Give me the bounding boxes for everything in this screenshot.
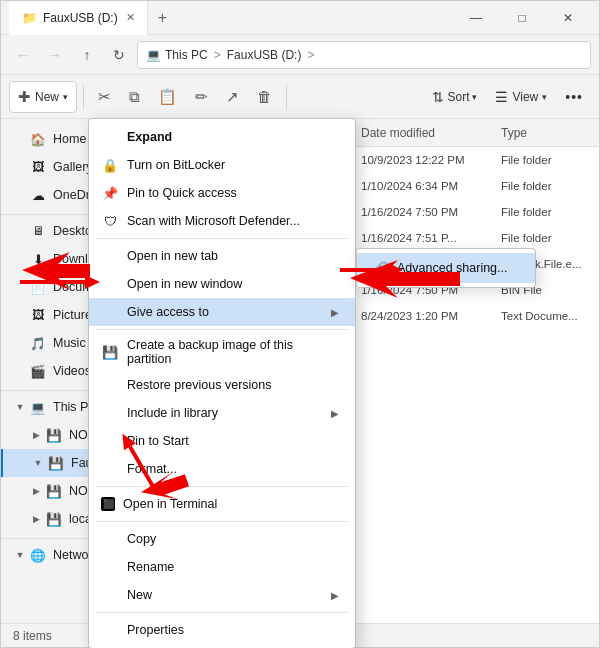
ctx-bitlocker[interactable]: 🔒 Turn on BitLocker xyxy=(89,151,355,179)
close-button[interactable]: ✕ xyxy=(545,1,591,35)
forward-button[interactable]: → xyxy=(41,41,69,69)
copy-icon: ⧉ xyxy=(129,88,140,106)
address-faux-usb: FauxUSB (D:) xyxy=(227,48,302,62)
cut-button[interactable]: ✂ xyxy=(90,81,119,113)
ctx-pin-start-label: Pin to Start xyxy=(127,434,339,448)
shield-icon: 🛡 xyxy=(101,212,119,230)
ctx-give-access[interactable]: Give access to ▶ xyxy=(89,298,355,326)
local-transfer-icon: 💾 xyxy=(45,510,63,528)
expand-icon: ▶ xyxy=(29,512,43,526)
expand-icon xyxy=(13,224,27,238)
rename-button[interactable]: ✏ xyxy=(187,81,216,113)
paste-icon: 📋 xyxy=(158,88,177,106)
maximize-button[interactable]: □ xyxy=(499,1,545,35)
expand-icon xyxy=(13,308,27,322)
tab-label: FauxUSB (D:) xyxy=(43,11,118,25)
minimize-button[interactable]: — xyxy=(453,1,499,35)
title-bar: 📁 FauxUSB (D:) ✕ + — □ ✕ xyxy=(1,1,599,35)
ctx-bitlocker-label: Turn on BitLocker xyxy=(127,158,339,172)
ctx-separator-1 xyxy=(97,238,347,239)
faux-drive-icon: 💾 xyxy=(47,454,65,472)
cut-icon: ✂ xyxy=(98,88,111,106)
advanced-sharing-icon: 🔗 xyxy=(371,259,389,277)
paste-button[interactable]: 📋 xyxy=(150,81,185,113)
desktop-icon: 🖥 xyxy=(29,222,47,240)
submenu-item-advanced-sharing[interactable]: 🔗 Advanced sharing... xyxy=(357,253,535,283)
sidebar-label-home: Home xyxy=(53,132,86,146)
format-icon xyxy=(101,460,119,478)
ctx-properties[interactable]: Properties xyxy=(89,616,355,644)
toolbar-divider-1 xyxy=(83,85,84,109)
submenu-arrow-new: ▶ xyxy=(331,590,339,601)
sort-icon: ⇅ xyxy=(432,89,444,105)
address-pc-icon: 💻 xyxy=(146,48,161,62)
file-date: 1/10/2024 6:34 PM xyxy=(361,180,501,192)
new-tab-button[interactable]: + xyxy=(148,9,177,27)
ctx-copy[interactable]: Copy xyxy=(89,525,355,553)
file-type: File folder xyxy=(501,154,591,166)
ctx-format[interactable]: Format... xyxy=(89,455,355,483)
copy-ctx-icon xyxy=(101,530,119,548)
submenu-give-access: 🔗 Advanced sharing... xyxy=(356,248,536,288)
up-button[interactable]: ↑ xyxy=(73,41,101,69)
sidebar-label-videos: Videos xyxy=(53,364,91,378)
window-controls: — □ ✕ xyxy=(453,1,591,35)
ctx-pin-start[interactable]: Pin to Start xyxy=(89,427,355,455)
address-sep2: > xyxy=(307,48,314,62)
drive-icon: 💾 xyxy=(45,426,63,444)
ctx-scan[interactable]: 🛡 Scan with Microsoft Defender... xyxy=(89,207,355,235)
file-type: File folder xyxy=(501,180,591,192)
new-button[interactable]: ✚ New ▾ xyxy=(9,81,77,113)
tab-close-button[interactable]: ✕ xyxy=(126,11,135,24)
tab-bar: 📁 FauxUSB (D:) ✕ + xyxy=(9,1,453,34)
ctx-pin-quick-label: Pin to Quick access xyxy=(127,186,339,200)
expand-icon xyxy=(13,132,27,146)
delete-button[interactable]: 🗑 xyxy=(249,81,280,113)
network-icon: 🌐 xyxy=(29,546,47,564)
expand-icon xyxy=(13,188,27,202)
rename-ctx-icon xyxy=(101,558,119,576)
sort-button[interactable]: ⇅ Sort ▾ xyxy=(424,81,485,113)
terminal-icon: ⬛ xyxy=(101,497,115,511)
ctx-new[interactable]: New ▶ xyxy=(89,581,355,609)
ctx-expand-label: Expand xyxy=(127,130,339,144)
action-bar: ✚ New ▾ ✂ ⧉ 📋 ✏ ↗ 🗑 ⇅ Sort ▾ ☰ xyxy=(1,75,599,119)
ctx-restore[interactable]: Restore previous versions xyxy=(89,371,355,399)
ctx-pin-quick[interactable]: 📌 Pin to Quick access xyxy=(89,179,355,207)
gallery-icon: 🖼 xyxy=(29,158,47,176)
expand-icon xyxy=(13,364,27,378)
sidebar-label-gallery: Gallery xyxy=(53,160,93,174)
ctx-open-window[interactable]: Open in new window xyxy=(89,270,355,298)
ctx-open-window-label: Open in new window xyxy=(127,277,339,291)
copy-button[interactable]: ⧉ xyxy=(121,81,148,113)
restore-icon xyxy=(101,376,119,394)
ctx-separator-5 xyxy=(97,612,347,613)
ctx-separator-3 xyxy=(97,486,347,487)
view-button[interactable]: ☰ View ▾ xyxy=(487,81,555,113)
active-tab[interactable]: 📁 FauxUSB (D:) ✕ xyxy=(9,1,148,35)
this-pc-icon: 💻 xyxy=(29,398,47,416)
ctx-separator-4 xyxy=(97,521,347,522)
properties-icon xyxy=(101,621,119,639)
refresh-button[interactable]: ↻ xyxy=(105,41,133,69)
ctx-give-access-label: Give access to xyxy=(127,305,327,319)
more-button[interactable]: ••• xyxy=(557,81,591,113)
ctx-rename[interactable]: Rename xyxy=(89,553,355,581)
share-button[interactable]: ↗ xyxy=(218,81,247,113)
sort-chevron: ▾ xyxy=(472,92,477,102)
ctx-open-tab[interactable]: Open in new tab xyxy=(89,242,355,270)
videos-icon: 🎬 xyxy=(29,362,47,380)
back-button[interactable]: ← xyxy=(9,41,37,69)
ctx-terminal[interactable]: ⬛ Open in Terminal xyxy=(89,490,355,518)
new-icon: ✚ xyxy=(18,88,31,106)
open-window-icon xyxy=(101,275,119,293)
toolbar-divider-2 xyxy=(286,85,287,109)
submenu-arrow-library: ▶ xyxy=(331,408,339,419)
new-label: New xyxy=(35,90,59,104)
start-icon xyxy=(101,432,119,450)
share-icon: ↗ xyxy=(226,88,239,106)
ctx-backup[interactable]: 💾 Create a backup image of this partitio… xyxy=(89,333,355,371)
ctx-include-library[interactable]: Include in library ▶ xyxy=(89,399,355,427)
ctx-expand[interactable]: Expand xyxy=(89,123,355,151)
address-bar[interactable]: 💻 This PC > FauxUSB (D:) > xyxy=(137,41,591,69)
